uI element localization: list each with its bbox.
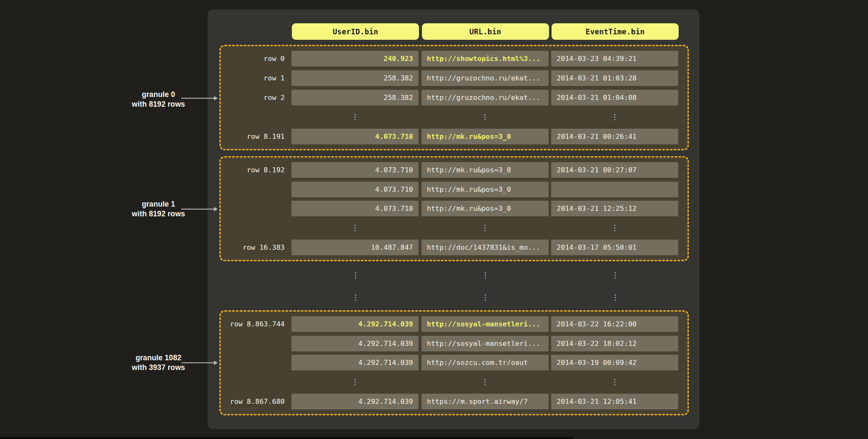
table-row: row 8.1914.073.710http://mk.ru&pos=3_020… bbox=[221, 129, 688, 144]
table-row: row 2258.382http://gruzochno.ru/ekat...2… bbox=[221, 90, 688, 105]
ellipsis-glyph: ⋮ bbox=[481, 224, 488, 232]
cell-userid: 10.487.847 bbox=[291, 240, 419, 255]
column-headers: UserID.bin URL.bin EventTime.bin bbox=[292, 23, 679, 40]
row-label: row 8.867.680 bbox=[221, 398, 291, 406]
ellipsis: ⋮ bbox=[482, 272, 489, 279]
ellipsis: ⋮ bbox=[612, 294, 619, 301]
ellipsis: ⋮ bbox=[422, 374, 549, 390]
granule-1-label-line2: with 8192 rows bbox=[91, 209, 226, 219]
row-label: row 8.192 bbox=[221, 166, 291, 174]
ellipsis-glyph: ⋮ bbox=[481, 113, 488, 121]
granule-1-label-line1: granule 1 bbox=[91, 199, 226, 209]
row-label: row 2 bbox=[221, 94, 291, 102]
cell-url: http://mk.ru&pos=3_0 bbox=[422, 162, 549, 178]
bottom-edge-shadow bbox=[0, 437, 573, 439]
row-label: row 8.191 bbox=[221, 133, 291, 141]
cell-eventtime: 2014-03-21 12:05:41 bbox=[551, 394, 678, 409]
ellipsis-glyph: ⋮ bbox=[611, 113, 618, 121]
cell-userid: 4.073.710 bbox=[291, 162, 419, 178]
column-header-userid-bin: UserID.bin bbox=[292, 23, 419, 40]
cell-eventtime: 2014-03-21 12:25:12 bbox=[551, 201, 678, 216]
ellipsis: ⋮ bbox=[352, 272, 359, 279]
cell-url: http://gruzochno.ru/ekat... bbox=[422, 90, 549, 105]
column-header-eventtime-bin: EventTime.bin bbox=[552, 23, 679, 40]
cell-userid: 240.923 bbox=[291, 51, 419, 66]
cell-url: http://mk.ru&pos=3_0 bbox=[422, 129, 549, 144]
table-row: row 8.1924.073.710http://mk.ru&pos=3_020… bbox=[221, 162, 688, 178]
data-part-panel: UserID.bin URL.bin EventTime.bin row 024… bbox=[208, 9, 699, 429]
granule-1-arrow-icon bbox=[181, 209, 214, 210]
cell-eventtime: 2014-03-21 00:27:07 bbox=[551, 162, 678, 178]
ellipsis: ⋮ bbox=[291, 109, 419, 125]
cell-url: http://showtopics.html%3... bbox=[422, 51, 549, 66]
cell-userid: 4.073.710 bbox=[291, 182, 419, 197]
cell-eventtime: 2014-03-21 01:04:08 bbox=[551, 90, 678, 105]
cell-userid: 4.292.714.039 bbox=[291, 394, 419, 409]
column-header-url-bin: URL.bin bbox=[422, 23, 549, 40]
ellipsis: ⋮ bbox=[422, 109, 549, 125]
ellipsis-glyph: ⋮ bbox=[352, 378, 359, 386]
table-row: 4.073.710http://mk.ru&pos=3_02014-03-21 … bbox=[221, 201, 688, 216]
ellipsis: ⋮ bbox=[612, 272, 619, 279]
table-row: row 1258.382http://gruzochno.ru/ekat...2… bbox=[221, 70, 688, 86]
granule-box: row 8.863.7444.292.714.039http://sosyal-… bbox=[219, 310, 689, 415]
granule-1082-arrow-icon bbox=[181, 362, 214, 363]
ellipsis: ⋮ bbox=[551, 109, 678, 125]
cell-url: http://mk.ru&pos=3_0 bbox=[422, 182, 549, 197]
ellipsis: ⋮ bbox=[291, 374, 419, 390]
cell-eventtime: 2014-03-19 00:09:42 bbox=[551, 355, 678, 370]
cell-url: http://sosyal-mansetleri... bbox=[422, 316, 549, 332]
cell-userid: 4.073.710 bbox=[291, 201, 419, 216]
between-granules-ellipsis-row: ⋮ ⋮ ⋮ bbox=[292, 270, 679, 280]
granule-0-arrow-icon bbox=[181, 98, 214, 99]
table-row: row 0240.923http://showtopics.html%3...2… bbox=[221, 51, 688, 66]
granule-box: row 0240.923http://showtopics.html%3...2… bbox=[219, 45, 689, 150]
cell-userid: 4.073.710 bbox=[291, 129, 419, 144]
ellipsis-glyph: ⋮ bbox=[611, 378, 618, 386]
between-granules-ellipsis-row: ⋮ ⋮ ⋮ bbox=[292, 292, 679, 302]
cell-url: http://doc/1437831&is_mo... bbox=[422, 240, 549, 255]
cell-userid: 4.292.714.039 bbox=[291, 336, 419, 351]
ellipsis-glyph: ⋮ bbox=[481, 378, 488, 386]
ellipsis: ⋮ bbox=[291, 220, 419, 236]
cell-eventtime: 2014-03-21 00:26:41 bbox=[551, 129, 678, 144]
table-row: 4.292.714.039http://sozcu.com.tr/oaut201… bbox=[221, 355, 688, 370]
cell-userid: 258.382 bbox=[291, 70, 419, 86]
ellipsis-row: ⋮⋮⋮ bbox=[221, 109, 688, 125]
ellipsis-glyph: ⋮ bbox=[352, 224, 359, 232]
ellipsis-glyph: ⋮ bbox=[352, 113, 359, 121]
table-row: row 8.863.7444.292.714.039http://sosyal-… bbox=[221, 316, 688, 332]
cell-userid: 4.292.714.039 bbox=[291, 355, 419, 370]
row-label: row 1 bbox=[221, 74, 291, 82]
ellipsis-row: ⋮⋮⋮ bbox=[221, 374, 688, 390]
cell-url: http://mk.ru&pos=3_0 bbox=[422, 201, 549, 216]
row-label: row 8.863.744 bbox=[221, 320, 291, 328]
table-row: 4.292.714.039http://sosyal-mansetleri...… bbox=[221, 336, 688, 351]
cell-userid: 258.382 bbox=[291, 90, 419, 105]
table-row: row 16.38310.487.847http://doc/1437831&i… bbox=[221, 240, 688, 255]
ellipsis: ⋮ bbox=[551, 220, 678, 236]
cell-url: http://sosyal-mansetleri... bbox=[422, 336, 549, 351]
diagram-canvas: { "diagram": { "columns": [ {"header": "… bbox=[0, 0, 868, 439]
cell-eventtime: 2014-03-23 04:39:21 bbox=[551, 51, 678, 66]
cell-eventtime: 2014-03-22 18:02:12 bbox=[551, 336, 678, 351]
cell-url: https://m.sport.airway/? bbox=[422, 394, 549, 409]
table-row: 4.073.710http://mk.ru&pos=3_0 bbox=[221, 182, 688, 197]
ellipsis-row: ⋮⋮⋮ bbox=[221, 220, 688, 236]
ellipsis-glyph: ⋮ bbox=[611, 224, 618, 232]
cell-url: http://sozcu.com.tr/oaut bbox=[422, 355, 549, 370]
granule-1082-label-line2: with 3937 rows bbox=[91, 363, 226, 373]
cell-userid: 4.292.714.039 bbox=[291, 316, 419, 332]
granule-0-label-line2: with 8192 rows bbox=[91, 99, 226, 109]
granule-1082-label-line1: granule 1082 bbox=[91, 353, 226, 363]
ellipsis: ⋮ bbox=[482, 294, 489, 301]
granule-0-label: granule 0 with 8192 rows bbox=[91, 90, 226, 109]
cell-eventtime bbox=[551, 182, 678, 197]
row-label: row 0 bbox=[221, 55, 291, 63]
cell-eventtime: 2014-03-21 01:03:28 bbox=[551, 70, 678, 86]
ellipsis: ⋮ bbox=[422, 220, 549, 236]
row-label: row 16.383 bbox=[221, 243, 291, 251]
cell-url: http://gruzochno.ru/ekat... bbox=[422, 70, 549, 86]
table-row: row 8.867.6804.292.714.039https://m.spor… bbox=[221, 394, 688, 409]
cell-eventtime: 2014-03-17 05:50:01 bbox=[551, 240, 678, 255]
